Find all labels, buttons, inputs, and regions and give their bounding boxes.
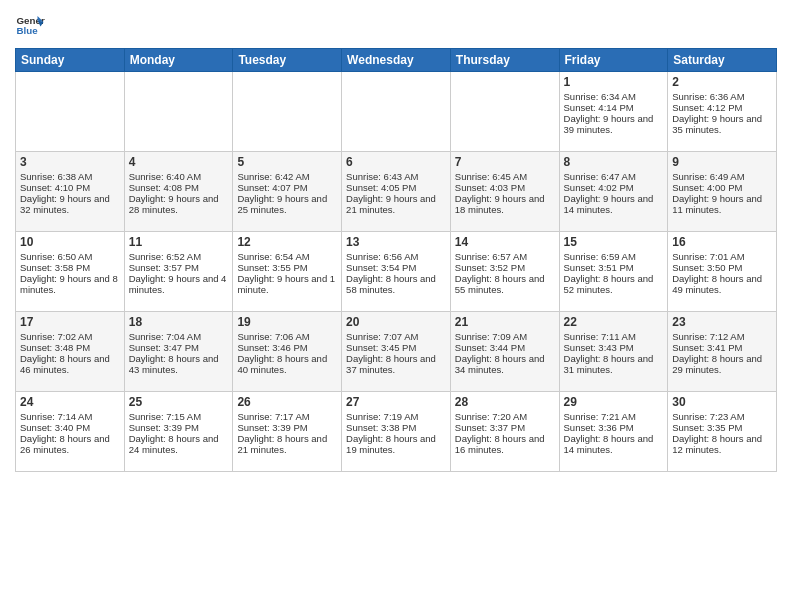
day-number: 24 <box>20 395 120 409</box>
day-info: Daylight: 9 hours and 14 minutes. <box>564 193 664 215</box>
day-number: 18 <box>129 315 229 329</box>
day-info: Sunset: 3:41 PM <box>672 342 772 353</box>
day-info: Sunset: 4:07 PM <box>237 182 337 193</box>
day-number: 30 <box>672 395 772 409</box>
day-info: Sunset: 4:08 PM <box>129 182 229 193</box>
day-number: 19 <box>237 315 337 329</box>
day-info: Sunrise: 6:36 AM <box>672 91 772 102</box>
calendar-day-cell: 22Sunrise: 7:11 AMSunset: 3:43 PMDayligh… <box>559 312 668 392</box>
day-info: Sunrise: 7:23 AM <box>672 411 772 422</box>
calendar-day-cell: 16Sunrise: 7:01 AMSunset: 3:50 PMDayligh… <box>668 232 777 312</box>
day-info: Daylight: 8 hours and 34 minutes. <box>455 353 555 375</box>
calendar-day-cell: 12Sunrise: 6:54 AMSunset: 3:55 PMDayligh… <box>233 232 342 312</box>
day-info: Sunrise: 6:49 AM <box>672 171 772 182</box>
day-number: 6 <box>346 155 446 169</box>
calendar-day-cell: 27Sunrise: 7:19 AMSunset: 3:38 PMDayligh… <box>342 392 451 472</box>
day-info: Sunrise: 6:34 AM <box>564 91 664 102</box>
day-info: Daylight: 9 hours and 4 minutes. <box>129 273 229 295</box>
day-info: Sunset: 3:44 PM <box>455 342 555 353</box>
calendar-day-cell: 9Sunrise: 6:49 AMSunset: 4:00 PMDaylight… <box>668 152 777 232</box>
day-info: Daylight: 8 hours and 31 minutes. <box>564 353 664 375</box>
day-info: Sunrise: 6:52 AM <box>129 251 229 262</box>
day-info: Sunrise: 6:56 AM <box>346 251 446 262</box>
day-info: Sunrise: 7:04 AM <box>129 331 229 342</box>
calendar-day-cell: 2Sunrise: 6:36 AMSunset: 4:12 PMDaylight… <box>668 72 777 152</box>
calendar-day-cell: 5Sunrise: 6:42 AMSunset: 4:07 PMDaylight… <box>233 152 342 232</box>
day-info: Daylight: 8 hours and 19 minutes. <box>346 433 446 455</box>
calendar-header-cell: Saturday <box>668 49 777 72</box>
calendar-header-row: SundayMondayTuesdayWednesdayThursdayFrid… <box>16 49 777 72</box>
day-info: Daylight: 9 hours and 18 minutes. <box>455 193 555 215</box>
day-info: Sunset: 3:51 PM <box>564 262 664 273</box>
calendar-day-cell: 24Sunrise: 7:14 AMSunset: 3:40 PMDayligh… <box>16 392 125 472</box>
day-info: Daylight: 9 hours and 11 minutes. <box>672 193 772 215</box>
svg-text:Blue: Blue <box>17 25 39 36</box>
day-info: Daylight: 8 hours and 43 minutes. <box>129 353 229 375</box>
calendar-day-cell: 6Sunrise: 6:43 AMSunset: 4:05 PMDaylight… <box>342 152 451 232</box>
day-info: Sunset: 3:55 PM <box>237 262 337 273</box>
calendar-header-cell: Friday <box>559 49 668 72</box>
day-info: Sunrise: 7:14 AM <box>20 411 120 422</box>
day-info: Daylight: 9 hours and 28 minutes. <box>129 193 229 215</box>
calendar: SundayMondayTuesdayWednesdayThursdayFrid… <box>15 48 777 472</box>
day-info: Sunrise: 7:21 AM <box>564 411 664 422</box>
day-info: Sunrise: 7:15 AM <box>129 411 229 422</box>
calendar-day-cell: 19Sunrise: 7:06 AMSunset: 3:46 PMDayligh… <box>233 312 342 392</box>
day-info: Daylight: 9 hours and 8 minutes. <box>20 273 120 295</box>
day-info: Sunset: 4:03 PM <box>455 182 555 193</box>
day-info: Sunrise: 7:09 AM <box>455 331 555 342</box>
calendar-header-cell: Tuesday <box>233 49 342 72</box>
day-info: Daylight: 8 hours and 49 minutes. <box>672 273 772 295</box>
day-number: 26 <box>237 395 337 409</box>
calendar-header-cell: Monday <box>124 49 233 72</box>
day-number: 9 <box>672 155 772 169</box>
day-number: 17 <box>20 315 120 329</box>
calendar-day-cell <box>233 72 342 152</box>
calendar-day-cell: 29Sunrise: 7:21 AMSunset: 3:36 PMDayligh… <box>559 392 668 472</box>
day-info: Sunset: 3:38 PM <box>346 422 446 433</box>
day-info: Sunset: 3:47 PM <box>129 342 229 353</box>
day-number: 4 <box>129 155 229 169</box>
day-number: 25 <box>129 395 229 409</box>
calendar-day-cell <box>450 72 559 152</box>
day-info: Sunrise: 6:57 AM <box>455 251 555 262</box>
day-info: Sunset: 3:52 PM <box>455 262 555 273</box>
day-info: Sunset: 3:39 PM <box>237 422 337 433</box>
day-info: Sunset: 4:05 PM <box>346 182 446 193</box>
day-number: 28 <box>455 395 555 409</box>
day-info: Sunset: 3:50 PM <box>672 262 772 273</box>
day-info: Sunset: 3:54 PM <box>346 262 446 273</box>
calendar-day-cell: 17Sunrise: 7:02 AMSunset: 3:48 PMDayligh… <box>16 312 125 392</box>
calendar-week-row: 24Sunrise: 7:14 AMSunset: 3:40 PMDayligh… <box>16 392 777 472</box>
day-info: Daylight: 8 hours and 26 minutes. <box>20 433 120 455</box>
calendar-week-row: 17Sunrise: 7:02 AMSunset: 3:48 PMDayligh… <box>16 312 777 392</box>
calendar-header-cell: Thursday <box>450 49 559 72</box>
day-number: 15 <box>564 235 664 249</box>
day-info: Sunrise: 6:38 AM <box>20 171 120 182</box>
day-info: Sunrise: 7:02 AM <box>20 331 120 342</box>
day-info: Daylight: 8 hours and 37 minutes. <box>346 353 446 375</box>
day-info: Daylight: 8 hours and 29 minutes. <box>672 353 772 375</box>
day-number: 1 <box>564 75 664 89</box>
day-info: Daylight: 9 hours and 39 minutes. <box>564 113 664 135</box>
page-header: General Blue <box>15 10 777 40</box>
day-info: Sunrise: 6:40 AM <box>129 171 229 182</box>
day-number: 7 <box>455 155 555 169</box>
day-info: Daylight: 9 hours and 21 minutes. <box>346 193 446 215</box>
calendar-week-row: 10Sunrise: 6:50 AMSunset: 3:58 PMDayligh… <box>16 232 777 312</box>
day-info: Sunset: 3:48 PM <box>20 342 120 353</box>
day-info: Daylight: 8 hours and 21 minutes. <box>237 433 337 455</box>
day-number: 11 <box>129 235 229 249</box>
calendar-day-cell: 14Sunrise: 6:57 AMSunset: 3:52 PMDayligh… <box>450 232 559 312</box>
day-info: Daylight: 8 hours and 58 minutes. <box>346 273 446 295</box>
day-info: Sunset: 3:57 PM <box>129 262 229 273</box>
calendar-day-cell: 21Sunrise: 7:09 AMSunset: 3:44 PMDayligh… <box>450 312 559 392</box>
calendar-header-cell: Wednesday <box>342 49 451 72</box>
day-info: Sunset: 4:14 PM <box>564 102 664 113</box>
calendar-day-cell: 23Sunrise: 7:12 AMSunset: 3:41 PMDayligh… <box>668 312 777 392</box>
day-info: Sunrise: 7:19 AM <box>346 411 446 422</box>
calendar-day-cell: 13Sunrise: 6:56 AMSunset: 3:54 PMDayligh… <box>342 232 451 312</box>
calendar-day-cell: 20Sunrise: 7:07 AMSunset: 3:45 PMDayligh… <box>342 312 451 392</box>
day-info: Sunrise: 7:20 AM <box>455 411 555 422</box>
day-info: Sunrise: 6:50 AM <box>20 251 120 262</box>
